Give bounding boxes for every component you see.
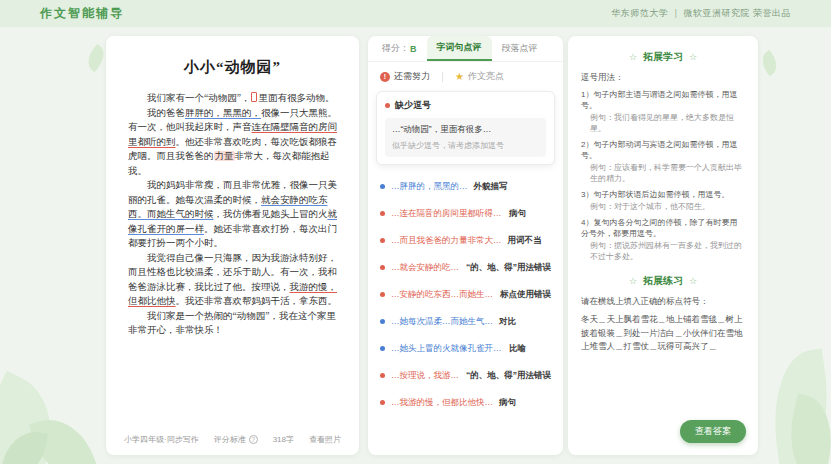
essay-text: 我们家有一个“动物园”， <box>147 93 250 103</box>
comment-snippet: …安静的吃东西…而她生气… <box>391 289 494 301</box>
credits-text: 华东师范大学 ｜ 微软亚洲研究院 荣誉出品 <box>611 7 791 20</box>
extended-practice-title: 拓展练习 <box>643 274 683 288</box>
comment-label: “的、地、得”用法错误 <box>466 370 551 382</box>
extended-practice-header: ☆ 拓展练习 ☆ <box>581 274 745 288</box>
star-icon: ☆ <box>689 276 697 286</box>
rule-example: 例句：据说苏州园林有一百多处，我到过的不过十多处。 <box>590 240 745 262</box>
review-panel: 得分：B 字词句点评 段落点评 ! 还需努力 ★ 作文亮点 缺少逗号 …“动物园… <box>368 36 563 455</box>
comment-label: 外貌描写 <box>474 181 508 193</box>
comment-snippet: …我游的慢，但都比他快… <box>391 397 493 409</box>
rule-example: 例句：对于这个城市，他不陌生。 <box>590 201 745 212</box>
essay-text: 里面有很多动物。 <box>258 93 334 103</box>
comment-snippet: …胖胖的，黑黑的… <box>391 181 468 193</box>
star-icon: ☆ <box>689 52 697 62</box>
grade-label: 小学四年级·同步写作 <box>124 434 199 445</box>
needs-work-icon: ! <box>380 72 390 82</box>
essay-body: 我们家有一个“动物园”，里面有很多动物。我的爸爸胖胖的，黑黑的，很像一只大黑熊。… <box>128 91 337 338</box>
comment-label: 用词不当 <box>508 235 542 247</box>
essay-panel: 小小“动物园” 我们家有一个“动物园”，里面有很多动物。我的爸爸胖胖的，黑黑的，… <box>106 36 359 455</box>
rule-text: 1）句子内部主语与谓语之间如需停顿，用逗号。 <box>581 89 745 111</box>
comment-list: …胖胖的，黑黑的…外貌描写…连在隔音的房间里都听得到…病句…而且我爸爸的力量非常… <box>368 173 563 416</box>
essay-paragraph: 我的妈妈非常瘦，而且非常优雅，很像一只美丽的孔雀。她每次温柔的时候，就会安静的吃… <box>128 178 337 251</box>
comment-snippet: …而且我爸爸的力量非常大… <box>391 235 502 247</box>
comment-item[interactable]: …连在隔音的房间里都听得到…病句 <box>376 200 555 227</box>
essay-footer: 小学四年级·同步写作 评分标准 ? 318字 查看照片 <box>124 434 341 445</box>
app-header: 作文智能辅导 华东师范大学 ｜ 微软亚洲研究院 荣誉出品 <box>0 0 831 27</box>
essay-paragraph: 我的爸爸胖胖的，黑黑的，很像一只大黑熊。有一次，他叫我起床时，声音连在隔壁隔音的… <box>128 106 337 179</box>
info-icon: ? <box>249 435 258 444</box>
comment-label: 病句 <box>499 397 516 409</box>
comment-label: 比喻 <box>509 343 526 355</box>
essay-annotated-text[interactable]: 胖胖的，黑黑的， <box>185 108 261 118</box>
rule-text: 2）句子内部动词与宾语之间如需停顿，用逗号。 <box>581 139 745 161</box>
essay-text: 。我还非常喜欢帮妈妈干活，拿东西。 <box>176 296 338 306</box>
app-logo: 作文智能辅导 <box>40 5 124 22</box>
leaf-decoration <box>757 50 782 77</box>
error-dot <box>380 265 385 270</box>
tab-paragraph-review[interactable]: 段落点评 <box>492 36 548 61</box>
comment-item-expanded[interactable]: 缺少逗号 …“动物园”，里面有很多… 似乎缺少逗号，请考虑添加逗号 <box>376 91 555 165</box>
comment-snippet: …按理说，我游的慢… <box>391 370 460 382</box>
error-dot <box>380 238 385 243</box>
score-label: 得分： <box>382 42 409 55</box>
practice-exercise: 冬天＿天上飘着雪花＿地上铺着雪毯＿树上披着银装＿到处一片洁白＿小伙伴们在雪地上堆… <box>581 313 745 354</box>
view-answer-button[interactable]: 查看答案 <box>680 420 746 443</box>
comment-label: 对比 <box>499 316 516 328</box>
view-photo-link[interactable]: 查看照片 <box>309 434 341 445</box>
comment-item[interactable]: …她头上冒的火就像孔雀开的屏…比喻 <box>376 335 555 362</box>
filter-highlights-label: 作文亮点 <box>468 70 504 83</box>
rule-list: 1）句子内部主语与谓语之间如需停顿，用逗号。例句：我们看得见的星星，绝大多数是恒… <box>581 89 745 262</box>
comment-item[interactable]: …而且我爸爸的力量非常大…用词不当 <box>376 227 555 254</box>
error-dot <box>380 373 385 378</box>
error-dot <box>380 292 385 297</box>
essay-paragraph: 我们家是一个热闹的“动物园”，我在这个家里非常开心，非常快乐！ <box>128 309 337 338</box>
highlight-star-icon: ★ <box>455 72 464 82</box>
rule-text: 4）复句内各分句之间的停顿，除了有时要用分号外，都要用逗号。 <box>581 217 745 239</box>
comment-item[interactable]: …我游的慢，但都比他快…病句 <box>376 389 555 416</box>
filter-needs-work[interactable]: ! 还需努力 <box>380 70 430 83</box>
essay-text: ，我仿佛看见她头上冒的火 <box>214 209 328 219</box>
extended-practice-section: ☆ 拓展练习 ☆ 请在横线上填入正确的标点符号： 冬天＿天上飘着雪花＿地上铺着雪… <box>581 274 745 354</box>
comment-label: “的、地、得”用法错误 <box>466 262 551 274</box>
essay-paragraph: 我觉得自己像一只海豚，因为我游泳特别好，而且性格也比较温柔，还乐于助人。有一次，… <box>128 251 337 309</box>
comment-item[interactable]: …胖胖的，黑黑的…外貌描写 <box>376 173 555 200</box>
highlight-dot <box>380 184 385 189</box>
filter-divider <box>442 72 443 82</box>
essay-text: 我的爸爸 <box>147 108 185 118</box>
comment-item[interactable]: …就会安静的吃东西…“的、地、得”用法错误 <box>376 254 555 281</box>
comment-category: 缺少逗号 <box>395 99 431 112</box>
comment-label: 标点使用错误 <box>500 289 551 301</box>
filter-highlights[interactable]: ★ 作文亮点 <box>455 70 504 83</box>
extended-learning-title: 拓展学习 <box>643 50 683 64</box>
highlight-dot <box>380 346 385 351</box>
comment-snippet: …她每次温柔…而她生气… <box>391 316 493 328</box>
comment-item[interactable]: …她每次温柔…而她生气…对比 <box>376 308 555 335</box>
word-count: 318字 <box>273 434 294 445</box>
essay-annotated-text[interactable]: 力量 <box>214 151 235 161</box>
tab-score[interactable]: 得分：B <box>372 36 427 61</box>
comment-item[interactable]: …按理说，我游的慢…“的、地、得”用法错误 <box>376 362 555 389</box>
highlight-dot <box>380 319 385 324</box>
comment-label: 病句 <box>509 208 526 220</box>
comment-filters: ! 还需努力 ★ 作文亮点 <box>368 62 563 89</box>
scoring-standard-link[interactable]: 评分标准 ? <box>214 434 258 445</box>
filter-needs-work-label: 还需努力 <box>394 70 430 83</box>
rule-example: 例句：应该看到，科学需要一个人贡献出毕生的精力。 <box>590 162 745 184</box>
comment-snippet: …连在隔音的房间里都听得到… <box>391 208 503 220</box>
comment-item[interactable]: …安静的吃东西…而她生气…标点使用错误 <box>376 281 555 308</box>
review-tabs: 得分：B 字词句点评 段落点评 <box>368 36 563 62</box>
essay-title: 小小“动物园” <box>128 58 337 77</box>
learning-subtitle: 逗号用法： <box>581 72 745 84</box>
star-icon: ☆ <box>629 52 637 62</box>
error-dot <box>380 211 385 216</box>
error-dot <box>385 103 390 108</box>
comment-snippet: …“动物园”，里面有很多… <box>392 124 539 136</box>
extension-panel: ☆ 拓展学习 ☆ 逗号用法： 1）句子内部主语与谓语之间如需停顿，用逗号。例句：… <box>568 36 758 455</box>
missing-comma-mark[interactable] <box>251 92 257 102</box>
tab-word-sentence-review[interactable]: 字词句点评 <box>427 36 492 61</box>
practice-instruction: 请在横线上填入正确的标点符号： <box>581 296 745 308</box>
comment-hint: 似乎缺少逗号，请考虑添加逗号 <box>392 140 539 151</box>
extended-learning-header: ☆ 拓展学习 ☆ <box>581 50 745 64</box>
comment-snippet: …就会安静的吃东西… <box>391 262 460 274</box>
rule-text: 3）句子内部状语后边如需停顿，用逗号。 <box>581 189 745 200</box>
